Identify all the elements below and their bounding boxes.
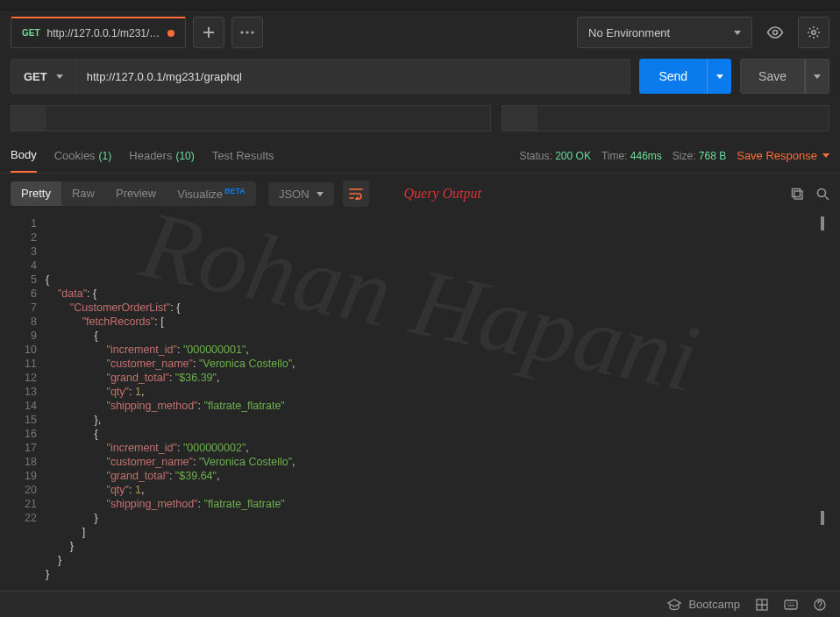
chevron-down-icon [734,31,741,35]
settings-button[interactable] [798,17,829,48]
status-bar: Bootcamp [0,591,840,617]
overlay-annotation: Query Output [404,186,481,202]
save-options-button[interactable] [805,59,829,94]
preview-environment-button[interactable] [759,17,791,48]
chevron-down-icon [716,74,723,79]
send-button[interactable]: Send [639,59,707,94]
unsaved-indicator-icon [167,30,174,37]
beta-badge: BETA [224,187,246,195]
svg-point-0 [240,31,243,33]
format-select[interactable]: JSON [268,182,334,206]
time-value: 446ms [630,150,662,162]
tab-method-label: GET [22,28,40,38]
tab-cookies[interactable]: Cookies (1) [54,138,112,173]
line-gutter: 12345678910111213141516171819202122 [11,214,46,584]
search-button[interactable] [816,188,829,201]
tab-body[interactable]: Body [11,138,37,173]
svg-rect-9 [785,600,797,609]
request-tab[interactable]: GET http://127.0.0.1/m231/rest/V1/... [11,17,186,48]
view-mode-segmented: Pretty Raw Preview VisualizeBETA [11,181,256,206]
chevron-down-icon [822,153,829,158]
svg-rect-6 [793,188,801,196]
send-options-button[interactable] [707,59,731,94]
tab-headers[interactable]: Headers (10) [129,138,194,173]
bootcamp-label: Bootcamp [688,598,740,611]
save-response-label: Save Response [737,149,817,162]
help-button[interactable] [814,599,826,611]
save-button[interactable]: Save [740,59,805,94]
url-input[interactable] [76,59,631,94]
svg-point-3 [773,31,778,35]
chevron-down-icon [56,74,63,79]
cursor-marker [821,216,824,230]
response-body[interactable]: 12345678910111213141516171819202122 { "d… [0,214,840,584]
new-tab-button[interactable] [193,17,224,48]
view-pretty[interactable]: Pretty [11,181,61,206]
svg-point-7 [818,188,826,196]
bootcamp-button[interactable]: Bootcamp [667,598,740,611]
graduation-cap-icon [667,599,681,611]
split-editors [0,98,840,138]
svg-rect-5 [794,191,802,199]
viewer-toolbar: Pretty Raw Preview VisualizeBETA JSON Qu… [0,174,840,214]
tab-cookies-label: Cookies [54,149,96,162]
format-label: JSON [279,188,310,201]
keyboard-shortcuts-button[interactable] [784,599,798,610]
time-label: Time: [602,150,628,162]
tab-options-button[interactable] [231,17,263,48]
svg-point-1 [246,31,248,33]
status-value: 200 OK [555,150,591,162]
variables-editor-collapsed[interactable] [502,105,829,131]
response-meta: Status: 200 OK Time: 446ms Size: 768 B S… [519,149,829,162]
svg-point-4 [812,31,815,34]
http-method-select[interactable]: GET [11,59,76,94]
size-value: 768 B [699,150,726,162]
title-bar [0,0,840,11]
status-label: Status: [519,150,552,162]
request-bar: GET Send Save [0,54,840,98]
view-preview[interactable]: Preview [105,181,167,206]
save-response-button[interactable]: Save Response [737,149,829,162]
size-label: Size: [673,150,696,162]
view-visualize[interactable]: VisualizeBETA [167,181,256,206]
code-content: { "data": { "CustomerOrderList": { "fetc… [46,214,840,584]
response-tabs: Body Cookies (1) Headers (10) Test Resul… [0,138,840,174]
panel-layout-button[interactable] [756,599,768,611]
headers-count: (10) [175,150,194,162]
tab-bar: GET http://127.0.0.1/m231/rest/V1/... No… [0,11,840,54]
tab-title: http://127.0.0.1/m231/rest/V1/... [47,27,160,39]
request-editor-collapsed[interactable] [11,105,491,131]
cookies-count: (1) [99,150,112,162]
http-method-label: GET [24,70,47,83]
wrap-lines-button[interactable] [343,181,369,207]
environment-label: No Environment [588,26,670,39]
view-raw[interactable]: Raw [61,181,105,206]
cursor-marker [821,511,824,525]
tab-headers-label: Headers [129,149,172,162]
chevron-down-icon [814,74,821,79]
copy-button[interactable] [791,188,804,201]
chevron-down-icon [317,192,324,196]
visualize-label: Visualize [177,188,223,201]
svg-point-2 [251,31,253,33]
tab-test-results[interactable]: Test Results [212,138,274,173]
environment-select[interactable]: No Environment [577,17,752,48]
